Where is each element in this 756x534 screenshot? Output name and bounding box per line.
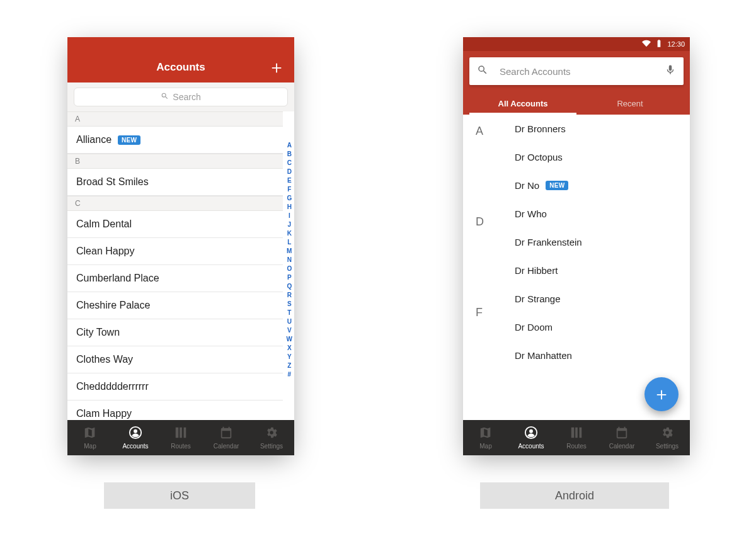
map-icon: [479, 426, 493, 441]
list-item[interactable]: Cheddddderrrrrr: [67, 373, 283, 401]
list-item[interactable]: Dr Octopus: [515, 143, 690, 171]
section-header-f: F: [463, 306, 483, 319]
alpha-index-letter[interactable]: J: [287, 221, 291, 229]
tab-settings[interactable]: Settings: [249, 420, 294, 455]
account-name: Clam Happy: [76, 408, 132, 419]
platform-label-android: Android: [480, 482, 669, 509]
list-item[interactable]: Dr Manhatten: [515, 341, 690, 370]
alpha-index-letter[interactable]: #: [287, 371, 291, 378]
alpha-index-letter[interactable]: T: [287, 309, 291, 317]
tab-map[interactable]: Map: [463, 420, 508, 455]
svg-point-1: [134, 429, 137, 433]
list-item[interactable]: Dr Bronners: [515, 115, 690, 143]
section-header-a: A: [463, 125, 483, 138]
tab-accounts[interactable]: Accounts: [508, 420, 554, 455]
list-item[interactable]: Alliance NEW: [67, 127, 283, 154]
tab-label: Routes: [566, 443, 587, 450]
alpha-index-letter[interactable]: G: [287, 195, 292, 202]
account-name: Dr Manhatten: [515, 350, 572, 361]
list-item[interactable]: Clean Happy: [67, 238, 283, 265]
alpha-index-letter[interactable]: A: [287, 142, 292, 149]
page-title: Accounts: [156, 61, 205, 74]
plus-icon: ＋: [268, 57, 285, 77]
segmented-tabs: All Accounts Recent: [469, 91, 684, 115]
add-account-button[interactable]: ＋: [268, 59, 285, 76]
list-item[interactable]: Dr Doom: [515, 313, 690, 341]
alpha-index-letter[interactable]: C: [287, 159, 292, 167]
list-item[interactable]: Dr Frankenstein: [515, 228, 690, 256]
search-input[interactable]: Search: [74, 88, 288, 106]
tab-label: Accounts: [518, 443, 544, 450]
account-name: Clean Happy: [76, 246, 135, 257]
list-item[interactable]: Dr No NEW: [515, 171, 690, 200]
alpha-index-letter[interactable]: Y: [287, 353, 292, 361]
alpha-index[interactable]: ABCDEFGHIJKLMNOPQRSTUVWXYZ#: [287, 142, 292, 420]
list-item[interactable]: Dr Hibbert: [515, 256, 690, 285]
tab-calendar[interactable]: Calendar: [203, 420, 249, 455]
routes-icon: [570, 426, 583, 441]
mic-icon[interactable]: [665, 64, 676, 78]
alpha-index-letter[interactable]: L: [287, 239, 291, 246]
alpha-index-letter[interactable]: H: [287, 203, 292, 211]
tab-bar: Map Accounts Routes Calendar Settings: [463, 420, 690, 455]
list-item[interactable]: Cumberland Place: [67, 265, 283, 292]
tab-label: Routes: [171, 443, 191, 450]
android-header: Search Accounts All Accounts Recent: [463, 51, 690, 115]
list-item[interactable]: Calm Dental: [67, 211, 283, 238]
add-account-fab[interactable]: ＋: [644, 377, 679, 411]
account-name: Dr Hibbert: [515, 265, 558, 276]
alpha-index-letter[interactable]: X: [287, 344, 292, 352]
account-icon: [524, 426, 538, 441]
list-item[interactable]: Dr Strange: [515, 285, 690, 313]
account-name: Broad St Smiles: [76, 176, 149, 188]
status-bar: 12:30: [463, 37, 690, 51]
alpha-index-letter[interactable]: V: [287, 327, 292, 334]
account-name: Dr Who: [515, 208, 547, 219]
tab-calendar[interactable]: Calendar: [599, 420, 644, 455]
alpha-index-letter[interactable]: U: [287, 318, 292, 326]
alpha-index-letter[interactable]: Q: [287, 283, 292, 290]
list-item[interactable]: Cheshire Palace: [67, 292, 283, 319]
account-name: Calm Dental: [76, 219, 132, 230]
tab-recent[interactable]: Recent: [576, 91, 684, 115]
alpha-index-letter[interactable]: P: [287, 274, 292, 281]
tab-bar: Map Accounts Routes Calendar Settings: [67, 420, 294, 455]
tab-label: Settings: [656, 443, 679, 450]
alpha-index-letter[interactable]: R: [287, 292, 292, 299]
tab-settings[interactable]: Settings: [644, 420, 690, 455]
alpha-index-letter[interactable]: F: [287, 186, 291, 193]
battery-icon: [655, 39, 663, 49]
alpha-index-letter[interactable]: O: [287, 265, 292, 273]
list-item[interactable]: City Town: [67, 319, 283, 346]
new-badge: NEW: [546, 181, 568, 190]
list-item[interactable]: Broad St Smiles: [67, 169, 283, 196]
alpha-index-letter[interactable]: E: [287, 177, 292, 185]
account-name: Dr Octopus: [515, 152, 563, 162]
alpha-index-letter[interactable]: B: [287, 151, 292, 158]
account-name: Clothes Way: [76, 354, 133, 365]
list-item[interactable]: Dr Who: [515, 200, 690, 228]
plus-icon: ＋: [653, 382, 670, 406]
alpha-index-letter[interactable]: W: [287, 336, 292, 343]
tab-accounts[interactable]: Accounts: [113, 420, 158, 455]
alpha-index-letter[interactable]: S: [287, 300, 292, 308]
alpha-index-letter[interactable]: K: [287, 230, 292, 237]
alpha-index-letter[interactable]: D: [287, 168, 292, 176]
alpha-index-letter[interactable]: M: [287, 247, 292, 255]
gear-icon: [265, 426, 278, 441]
alpha-index-letter[interactable]: Z: [287, 362, 291, 370]
tab-routes[interactable]: Routes: [554, 420, 599, 455]
list-item[interactable]: Clothes Way: [67, 346, 283, 373]
calendar-icon: [219, 426, 233, 441]
alpha-index-letter[interactable]: N: [287, 256, 292, 264]
map-icon: [83, 426, 97, 441]
alpha-index-letter[interactable]: I: [289, 212, 290, 220]
search-input[interactable]: Search Accounts: [469, 57, 684, 85]
tab-routes[interactable]: Routes: [158, 420, 203, 455]
accounts-list: A D F Dr Bronners Dr Octopus Dr No NEW D…: [463, 115, 690, 420]
section-header-b: B: [67, 154, 283, 169]
tab-map[interactable]: Map: [67, 420, 113, 455]
tab-all-accounts[interactable]: All Accounts: [469, 91, 576, 115]
list-item[interactable]: Clam Happy: [67, 401, 283, 420]
account-name: Dr Frankenstein: [515, 237, 582, 247]
